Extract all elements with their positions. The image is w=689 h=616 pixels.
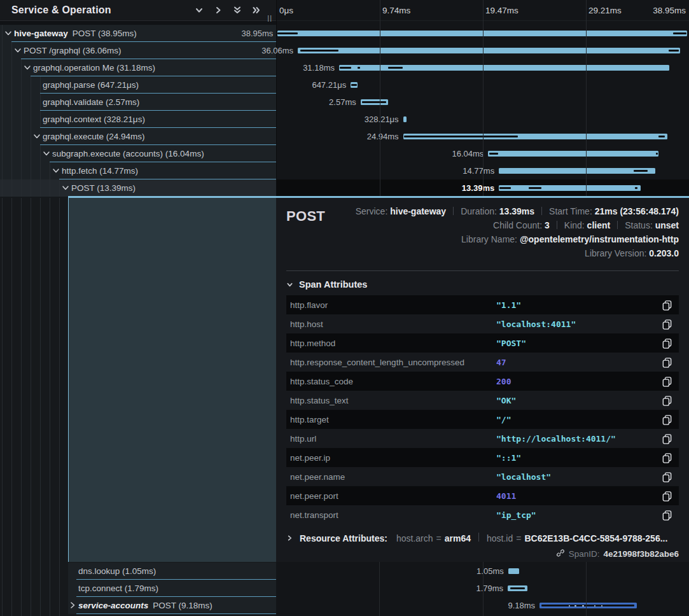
attribute-row: net.peer.ip"::1" — [286, 448, 679, 467]
span-row-tcp.connect[interactable]: tcp.connect (1.79ms) — [68, 580, 276, 597]
operation-name: graphql.parse (647.21μs) — [43, 80, 139, 90]
attribute-row: net.peer.port4011 — [286, 486, 679, 505]
span-bar[interactable] — [539, 603, 637, 608]
span-bar[interactable] — [351, 82, 358, 88]
chevron-down-icon[interactable] — [4, 29, 12, 37]
copy-icon[interactable] — [662, 357, 672, 368]
child-span-mark — [656, 153, 658, 155]
copy-icon[interactable] — [662, 414, 672, 425]
span-bar[interactable] — [361, 99, 388, 105]
chevron-down-icon[interactable] — [52, 167, 60, 174]
chevron-down-icon[interactable] — [62, 184, 69, 192]
chevron-right-icon[interactable] — [69, 601, 76, 609]
span-row-graphql.validate[interactable]: graphql.validate (2.57ms) — [0, 94, 276, 111]
child-span-mark — [635, 187, 637, 189]
span-row-graphql.operation[interactable]: graphql.operation Me (31.18ms) — [0, 59, 276, 76]
span-row-POST[interactable]: POST (13.39ms) — [0, 179, 276, 197]
span-label: POST (13.39ms) — [71, 179, 136, 197]
copy-icon[interactable] — [662, 395, 672, 406]
span-bar[interactable] — [403, 134, 667, 139]
attribute-key: http.url — [290, 434, 496, 444]
copy-icon[interactable] — [662, 376, 672, 387]
copy-icon[interactable] — [662, 300, 672, 311]
span-row-graphql.context[interactable]: graphql.context (328.21μs) — [0, 111, 276, 128]
panel-resize-handle[interactable]: || — [267, 14, 272, 22]
service-operation-panel: Service & Operation || hive-gatewayPOST … — [0, 0, 276, 616]
span-detail-panel: POST Service: hive-gatewayDuration: 13.3… — [276, 198, 689, 562]
child-span-mark — [574, 605, 576, 606]
copy-icon[interactable] — [662, 452, 672, 463]
chevron-down-icon[interactable] — [43, 150, 50, 157]
link-icon[interactable] — [556, 549, 565, 559]
span-bar[interactable] — [508, 568, 520, 574]
operation-name: POST (38.95ms) — [73, 29, 137, 38]
child-span-mark — [499, 187, 511, 189]
copy-icon[interactable] — [662, 433, 672, 444]
meta-label: Kind: — [564, 220, 587, 230]
child-span-mark — [510, 587, 525, 589]
span-id-value: 4e21998f3b82abe6 — [603, 549, 679, 559]
operation-name: dns.lookup (1.05ms) — [78, 566, 156, 576]
span-bar[interactable] — [488, 151, 658, 157]
child-span-mark — [582, 605, 583, 606]
attribute-row: http.target"/" — [286, 410, 679, 429]
span-row-POST[interactable]: POST /graphql (36.06ms) — [0, 42, 276, 59]
attribute-key: http.host — [290, 319, 496, 329]
span-label: dns.lookup (1.05ms) — [78, 563, 156, 580]
operation-name: POST /graphql (36.06ms) — [24, 46, 122, 55]
child-span-mark — [340, 67, 351, 69]
double-chevron-down-icon[interactable] — [233, 6, 242, 15]
span-row-dns.lookup[interactable]: dns.lookup (1.05ms) — [68, 563, 276, 580]
span-row-http.fetch[interactable]: http.fetch (14.77ms) — [0, 162, 276, 179]
attribute-key: http.flavor — [290, 300, 496, 310]
resource-attributes-row[interactable]: Resource Attributes: host.arch=arm64host… — [286, 533, 679, 543]
span-label: service-accountsPOST (9.18ms) — [78, 597, 212, 614]
operation-name: graphql.operation Me (31.18ms) — [33, 63, 155, 73]
attribute-value: "::1" — [496, 453, 662, 463]
span-row-subgraph.execute[interactable]: subgraph.execute (accounts) (16.04ms) — [0, 145, 276, 162]
attribute-row: http.response_content_length_uncompresse… — [286, 353, 679, 372]
operation-name: http.fetch (14.77ms) — [62, 166, 138, 176]
chevron-down-icon[interactable] — [24, 64, 31, 71]
copy-icon[interactable] — [662, 472, 672, 482]
span-id-row: SpanID: 4e21998f3b82abe6 — [286, 549, 679, 559]
span-bar[interactable] — [508, 585, 527, 591]
meta-separator — [453, 207, 454, 215]
copy-icon[interactable] — [662, 319, 672, 330]
span-bar[interactable] — [403, 116, 407, 122]
span-label: POST /graphql (36.06ms) — [24, 42, 122, 59]
meta-separator — [617, 221, 618, 229]
attribute-key: http.response_content_length_uncompresse… — [290, 358, 496, 367]
meta-value: 21ms (23:56:48.174) — [595, 206, 679, 216]
meta-separator — [557, 221, 557, 229]
chevron-down-icon[interactable] — [33, 132, 41, 140]
timeline-tick: 19.47ms — [485, 0, 518, 21]
span-tree-children: dns.lookup (1.05ms)tcp.connect (1.79ms)s… — [68, 563, 276, 614]
span-bar[interactable] — [339, 65, 669, 71]
attribute-key: http.status_text — [290, 396, 496, 405]
chevron-down-icon[interactable] — [14, 46, 22, 54]
span-row-hive-gateway[interactable]: hive-gatewayPOST (38.95ms) — [0, 25, 276, 42]
span-meta-line: Library Name: @opentelemetry/instrumenta… — [356, 232, 679, 246]
span-attributes-toggle[interactable]: Span Attributes — [286, 279, 679, 290]
span-row-graphql.parse[interactable]: graphql.parse (647.21μs) — [0, 76, 276, 94]
timeline-panel-bottom: 1.05ms1.79ms9.18ms — [276, 562, 689, 616]
copy-icon[interactable] — [662, 491, 672, 501]
copy-icon[interactable] — [662, 338, 672, 349]
span-bar[interactable] — [298, 48, 680, 53]
double-chevron-right-icon[interactable] — [252, 6, 261, 15]
chevron-right-icon[interactable] — [214, 6, 223, 15]
span-row-service-accounts[interactable]: service-accountsPOST (9.18ms) — [68, 597, 276, 614]
chevron-down-icon[interactable] — [195, 6, 204, 15]
attribute-value: 47 — [496, 358, 662, 367]
timeline-panel: 0μs9.74ms19.47ms29.21ms38.95ms 38.95ms36… — [276, 0, 689, 198]
attribute-row: http.flavor"1.1" — [286, 295, 679, 314]
attribute-key: net.transport — [290, 510, 496, 520]
span-row-graphql.execute[interactable]: graphql.execute (24.94ms) — [0, 128, 276, 145]
span-bar[interactable] — [499, 185, 641, 191]
copy-icon[interactable] — [662, 510, 672, 521]
child-span-mark — [277, 32, 298, 34]
span-bar[interactable] — [499, 168, 655, 174]
duration-label: 31.18ms — [303, 59, 335, 76]
span-attributes-title: Span Attributes — [299, 279, 367, 290]
